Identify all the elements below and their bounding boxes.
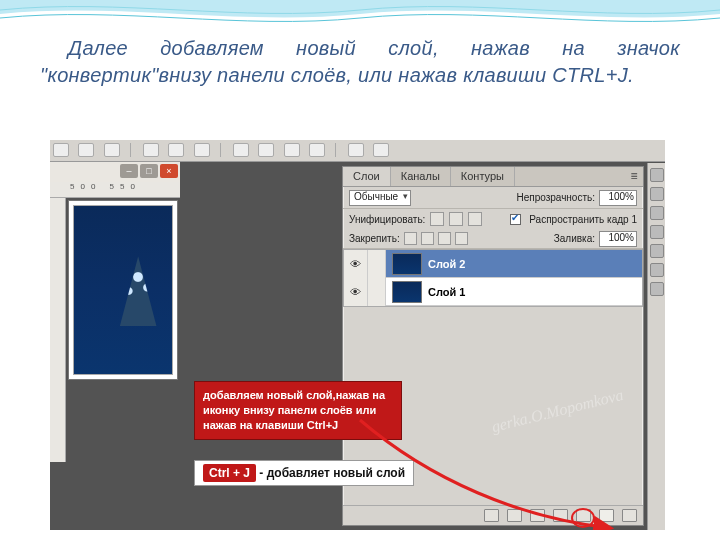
toolbar-button[interactable] <box>258 143 274 157</box>
toolbar-button[interactable] <box>194 143 210 157</box>
dock-icon[interactable] <box>650 263 664 277</box>
toolbar-button[interactable] <box>309 143 325 157</box>
lock-pixels-icon[interactable] <box>421 232 434 245</box>
propagate-checkbox[interactable] <box>510 214 521 225</box>
callout-shortcut: Ctrl + J - добавляет новый слой <box>194 460 414 486</box>
toolbar-button[interactable] <box>284 143 300 157</box>
window-close-button[interactable]: × <box>160 164 178 178</box>
toolbar-button[interactable] <box>348 143 364 157</box>
layer-name[interactable]: Слой 1 <box>428 286 465 298</box>
slide-wave-decoration <box>0 0 720 30</box>
tab-channels[interactable]: Каналы <box>391 167 451 186</box>
mask-icon[interactable] <box>530 509 545 522</box>
layer-row[interactable]: 👁 Слой 1 <box>344 278 642 306</box>
slide-caption: Далее добавляем новый слой, нажав на зна… <box>40 35 680 89</box>
callout-shortcut-text: - добавляет новый слой <box>259 466 405 480</box>
layer-list: 👁 Слой 2 👁 Слой 1 <box>343 249 643 307</box>
unify-icon[interactable] <box>430 212 444 226</box>
toolbar-button[interactable] <box>233 143 249 157</box>
fx-icon[interactable] <box>507 509 522 522</box>
dock-icon[interactable] <box>650 168 664 182</box>
layer-row[interactable]: 👁 Слой 2 <box>344 250 642 278</box>
new-layer-icon[interactable] <box>599 509 614 522</box>
eye-icon[interactable]: 👁 <box>344 250 368 278</box>
lock-label: Закрепить: <box>349 233 400 244</box>
adjustment-icon[interactable] <box>553 509 568 522</box>
toolbar-button[interactable] <box>104 143 120 157</box>
blend-mode-select[interactable]: Обычные <box>349 190 411 206</box>
group-icon[interactable] <box>576 509 591 522</box>
tab-paths[interactable]: Контуры <box>451 167 515 186</box>
ruler-vertical <box>50 198 66 462</box>
window-maximize-button[interactable]: □ <box>140 164 158 178</box>
toolbar-button[interactable] <box>53 143 69 157</box>
lock-transparency-icon[interactable] <box>404 232 417 245</box>
layer-thumbnail[interactable] <box>392 281 422 303</box>
dock-icon[interactable] <box>650 282 664 296</box>
link-cell[interactable] <box>368 250 386 278</box>
app-toolbar <box>50 140 665 162</box>
canvas-image <box>73 205 173 375</box>
lock-position-icon[interactable] <box>438 232 451 245</box>
layer-name[interactable]: Слой 2 <box>428 258 465 270</box>
document-canvas[interactable] <box>68 200 178 380</box>
link-cell[interactable] <box>368 278 386 306</box>
link-layers-icon[interactable] <box>484 509 499 522</box>
right-dock-strip <box>647 163 665 530</box>
fill-label: Заливка: <box>554 233 595 244</box>
dock-icon[interactable] <box>650 187 664 201</box>
document-window: – □ × 500 550 <box>50 162 180 462</box>
opacity-label: Непрозрачность: <box>516 192 595 203</box>
layers-panel-footer <box>343 505 643 525</box>
tab-layers[interactable]: Слои <box>343 167 391 186</box>
toolbar-button[interactable] <box>373 143 389 157</box>
toolbar-button[interactable] <box>78 143 94 157</box>
opacity-value[interactable]: 100% <box>599 190 637 206</box>
dock-icon[interactable] <box>650 225 664 239</box>
screenshot-area: – □ × 500 550 Слои Каналы Контуры ≡ <box>50 140 665 530</box>
unify-icon[interactable] <box>468 212 482 226</box>
eye-icon[interactable]: 👁 <box>344 278 368 306</box>
unify-icon[interactable] <box>449 212 463 226</box>
document-titlebar[interactable]: – □ × <box>50 162 180 182</box>
propagate-label: Распространить кадр 1 <box>529 214 637 225</box>
toolbar-button[interactable] <box>143 143 159 157</box>
delete-layer-icon[interactable] <box>622 509 637 522</box>
callout-red: добавляем новый слой,нажав на иконку вни… <box>194 381 402 440</box>
dock-icon[interactable] <box>650 206 664 220</box>
fill-value[interactable]: 100% <box>599 231 637 247</box>
lock-all-icon[interactable] <box>455 232 468 245</box>
layer-thumbnail[interactable] <box>392 253 422 275</box>
window-minimize-button[interactable]: – <box>120 164 138 178</box>
kbd-badge: Ctrl + J <box>203 464 256 482</box>
unify-label: Унифицировать: <box>349 214 425 225</box>
dock-icon[interactable] <box>650 244 664 258</box>
ruler-horizontal: 500 550 <box>50 182 180 198</box>
panel-menu-icon[interactable]: ≡ <box>625 167 643 186</box>
toolbar-button[interactable] <box>168 143 184 157</box>
